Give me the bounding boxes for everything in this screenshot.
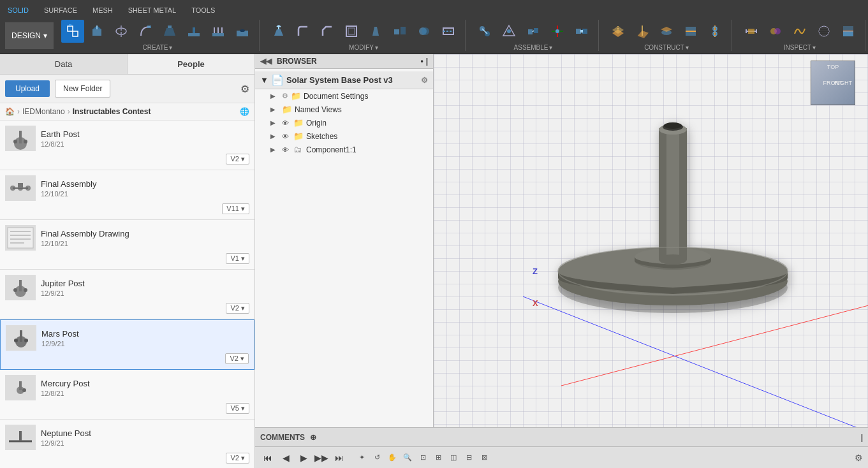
move-icon[interactable]: ✦ xyxy=(355,451,369,465)
file-item-jupiter-post[interactable]: Jupiter Post 12/9/21 V2 ▾ xyxy=(0,270,254,319)
tree-item-origin[interactable]: ▶ 👁 📁 Origin xyxy=(255,116,433,129)
tab-mesh[interactable]: MESH xyxy=(90,5,115,15)
playback-start-button[interactable]: ⏮ xyxy=(260,450,276,465)
plane-at-angle-button[interactable] xyxy=(631,20,654,43)
version-badge[interactable]: V2 ▾ xyxy=(226,303,249,314)
version-badge[interactable]: V2 ▾ xyxy=(226,453,249,464)
expand-icon: ▶ xyxy=(270,119,279,126)
eye-icon[interactable]: 👁 xyxy=(282,146,291,154)
cad-main: ◀◀ BROWSER • | ▼ 📄 Solar System Base Pos… xyxy=(255,54,868,427)
file-item-mars-post[interactable]: Mars Post 12/9/21 V2 ▾ xyxy=(0,319,254,370)
shell-button[interactable] xyxy=(340,20,363,43)
version-badge[interactable]: V1 ▾ xyxy=(226,253,249,264)
view-cube[interactable]: TOP RIGHT FRONT xyxy=(811,61,855,105)
playback-prev-button[interactable]: ◀ xyxy=(278,450,293,465)
joint-origin-button[interactable] xyxy=(546,20,569,43)
tree-item-named-views[interactable]: ▶ 📁 Named Views xyxy=(255,103,433,116)
playback-next-button[interactable]: ▶▶ xyxy=(314,450,329,465)
playback-end-button[interactable]: ⏭ xyxy=(332,450,347,465)
design-button[interactable]: DESIGN ▾ xyxy=(5,22,54,49)
curvature-button[interactable] xyxy=(788,20,811,43)
jupiter-post-version: V2 ▾ xyxy=(5,303,249,314)
tab-surface[interactable]: SURFACE xyxy=(41,5,80,15)
interference-button[interactable] xyxy=(764,20,787,43)
tree-root-item[interactable]: ▼ 📄 Solar System Base Post v3 ⚙ xyxy=(255,71,433,89)
file-item-row: Mercury Post 12/8/21 xyxy=(5,375,249,400)
new-folder-button[interactable]: New Folder xyxy=(55,80,110,98)
svg-point-105 xyxy=(13,288,17,292)
tab-people[interactable]: People xyxy=(128,54,254,74)
fillet-button[interactable] xyxy=(291,20,314,43)
offset-plane-button[interactable] xyxy=(607,20,629,43)
assemble-component-button[interactable] xyxy=(473,20,496,43)
playback-settings-icon[interactable]: ⚙ xyxy=(855,453,863,463)
joint-button[interactable] xyxy=(497,20,520,43)
eye-icon[interactable]: 👁 xyxy=(282,119,291,127)
web-button[interactable] xyxy=(207,20,230,43)
appearance-icon[interactable]: ⊟ xyxy=(462,451,476,465)
hole-button[interactable] xyxy=(231,20,254,43)
new-component-button[interactable] xyxy=(61,20,84,43)
file-item-neptune-post[interactable]: Neptune Post 12/9/21 V2 ▾ xyxy=(0,420,254,468)
expand-icon: ▶ xyxy=(270,146,279,153)
viewport-icon[interactable]: ⊠ xyxy=(477,451,491,465)
version-badge[interactable]: V2 ▾ xyxy=(225,353,249,364)
rib-button[interactable] xyxy=(182,20,205,43)
browser-collapse-icon[interactable]: ◀◀ xyxy=(260,57,272,66)
breadcrumb-iedmontano[interactable]: IEDMontano xyxy=(22,107,65,116)
svg-marker-20 xyxy=(274,29,283,36)
loft-button[interactable] xyxy=(158,20,181,43)
grid-icon[interactable]: ⊞ xyxy=(431,451,445,465)
viewport[interactable]: Z X xyxy=(434,54,868,427)
file-item-mercury-post[interactable]: Mercury Post 12/8/21 V5 ▾ xyxy=(0,370,254,420)
zebra-button[interactable] xyxy=(813,20,835,43)
press-pull-button[interactable] xyxy=(267,20,290,43)
file-item-final-assembly[interactable]: Final Assembly 12/10/21 V11 ▾ xyxy=(0,170,254,220)
midplane-button[interactable] xyxy=(679,20,702,43)
tangent-plane-button[interactable] xyxy=(655,20,678,43)
draft-button[interactable] xyxy=(364,20,387,43)
tab-solid[interactable]: SOLID xyxy=(5,5,31,15)
final-assembly-drawing-name: Final Assembly Drawing xyxy=(41,229,249,238)
rigid-group-button[interactable] xyxy=(570,20,593,43)
breadcrumb-home[interactable]: 🏠 xyxy=(5,107,15,116)
version-badge[interactable]: V11 ▾ xyxy=(222,203,249,214)
tab-data[interactable]: Data xyxy=(0,54,128,74)
globe-icon[interactable]: 🌐 xyxy=(240,107,249,116)
create-label: CREATE▾ xyxy=(143,44,173,51)
fit-icon[interactable]: ⊡ xyxy=(416,451,430,465)
final-assembly-drawing-thumb xyxy=(5,225,36,251)
revolve-button[interactable] xyxy=(110,20,133,43)
tab-sheet-metal[interactable]: SHEET METAL xyxy=(126,5,179,15)
upload-button[interactable]: Upload xyxy=(5,80,50,97)
scale-button[interactable] xyxy=(388,20,411,43)
comments-add-icon[interactable]: ⊕ xyxy=(310,433,316,442)
document-settings-icon[interactable]: ⚙ xyxy=(421,76,428,85)
tree-item-component1[interactable]: ▶ 👁 🗂 Component1:1 xyxy=(255,143,433,156)
zoom-icon[interactable]: 🔍 xyxy=(401,451,415,465)
as-built-joint-button[interactable] xyxy=(522,20,545,43)
version-badge[interactable]: V5 ▾ xyxy=(226,403,249,414)
section-analysis-button[interactable] xyxy=(837,20,860,43)
tree-item-document-settings[interactable]: ▶ ⚙ 📁 Document Settings xyxy=(255,89,433,103)
display-icon[interactable]: ◫ xyxy=(446,451,460,465)
sweep-button[interactable] xyxy=(134,20,157,43)
chamfer-button[interactable] xyxy=(316,20,339,43)
tab-tools[interactable]: TOOLS xyxy=(189,5,217,15)
axis-through-button[interactable] xyxy=(703,20,726,43)
measure-button[interactable] xyxy=(740,20,763,43)
orbit-icon[interactable]: ↺ xyxy=(370,451,384,465)
version-badge[interactable]: V2 ▾ xyxy=(226,154,249,165)
pan-icon[interactable]: ✋ xyxy=(385,451,399,465)
extrude-button[interactable] xyxy=(85,20,108,43)
playback-play-button[interactable]: ▶ xyxy=(296,450,311,465)
tree-item-sketches[interactable]: ▶ 👁 📁 Sketches xyxy=(255,129,433,143)
combine-button[interactable] xyxy=(413,20,436,43)
folder-icon: 📁 xyxy=(293,131,304,141)
settings-button[interactable]: ⚙ xyxy=(240,83,249,95)
file-item-earth-post[interactable]: Earth Post 12/8/21 V2 ▾ xyxy=(0,121,254,170)
browser-menu-icon[interactable]: • xyxy=(420,57,423,66)
file-item-final-assembly-drawing[interactable]: Final Assembly Drawing 12/10/21 V1 ▾ xyxy=(0,220,254,270)
replace-face-button[interactable] xyxy=(437,20,460,43)
eye-icon[interactable]: 👁 xyxy=(282,133,291,140)
